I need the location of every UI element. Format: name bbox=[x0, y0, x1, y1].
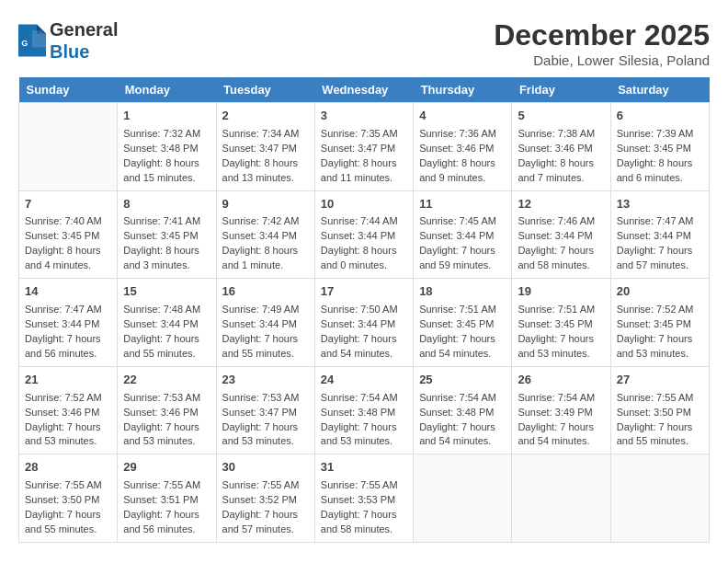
week-row-2: 7Sunrise: 7:40 AMSunset: 3:45 PMDaylight… bbox=[19, 190, 710, 279]
sunset: Sunset: 3:45 PM bbox=[617, 318, 691, 329]
header-wednesday: Wednesday bbox=[314, 77, 413, 103]
header-monday: Monday bbox=[118, 77, 216, 103]
sunrise: Sunrise: 7:55 AM bbox=[123, 479, 200, 490]
header-friday: Friday bbox=[512, 77, 610, 103]
day-cell: 16Sunrise: 7:49 AMSunset: 3:44 PMDayligh… bbox=[216, 279, 314, 367]
sunset: Sunset: 3:45 PM bbox=[518, 318, 592, 329]
daylight: Daylight: 7 hours and 57 minutes. bbox=[222, 509, 299, 534]
day-number: 23 bbox=[222, 372, 309, 389]
day-number: 28 bbox=[25, 459, 111, 477]
daylight: Daylight: 7 hours and 56 minutes. bbox=[25, 333, 101, 359]
sunset: Sunset: 3:45 PM bbox=[617, 143, 691, 154]
day-cell: 21Sunrise: 7:52 AMSunset: 3:46 PMDayligh… bbox=[19, 366, 118, 454]
sunset: Sunset: 3:47 PM bbox=[321, 143, 395, 154]
day-cell: 13Sunrise: 7:47 AMSunset: 3:44 PMDayligh… bbox=[610, 190, 709, 279]
day-cell: 25Sunrise: 7:54 AMSunset: 3:48 PMDayligh… bbox=[414, 366, 512, 454]
day-cell: 20Sunrise: 7:52 AMSunset: 3:45 PMDayligh… bbox=[610, 279, 709, 367]
day-cell: 5Sunrise: 7:38 AMSunset: 3:46 PMDaylight… bbox=[512, 103, 610, 191]
location: Dabie, Lower Silesia, Poland bbox=[494, 52, 710, 68]
day-cell: 24Sunrise: 7:54 AMSunset: 3:48 PMDayligh… bbox=[314, 366, 413, 454]
day-cell bbox=[19, 103, 118, 191]
sunrise: Sunrise: 7:48 AM bbox=[123, 304, 200, 315]
sunset: Sunset: 3:52 PM bbox=[222, 494, 297, 505]
sunrise: Sunrise: 7:47 AM bbox=[617, 215, 694, 226]
daylight: Daylight: 7 hours and 56 minutes. bbox=[123, 509, 199, 534]
sunrise: Sunrise: 7:54 AM bbox=[419, 392, 496, 403]
daylight: Daylight: 8 hours and 6 minutes. bbox=[617, 157, 693, 183]
daylight: Daylight: 7 hours and 53 minutes. bbox=[617, 333, 693, 359]
sunset: Sunset: 3:44 PM bbox=[222, 230, 297, 241]
day-cell bbox=[512, 454, 610, 543]
sunrise: Sunrise: 7:55 AM bbox=[321, 479, 398, 490]
day-cell: 12Sunrise: 7:46 AMSunset: 3:44 PMDayligh… bbox=[512, 190, 610, 279]
sunset: Sunset: 3:46 PM bbox=[518, 143, 592, 154]
sunrise: Sunrise: 7:55 AM bbox=[25, 479, 102, 490]
day-cell: 1Sunrise: 7:32 AMSunset: 3:48 PMDaylight… bbox=[118, 103, 216, 191]
header-tuesday: Tuesday bbox=[216, 77, 314, 103]
day-number: 5 bbox=[518, 108, 604, 125]
day-number: 4 bbox=[419, 108, 506, 125]
day-cell: 28Sunrise: 7:55 AMSunset: 3:50 PMDayligh… bbox=[19, 454, 118, 543]
daylight: Daylight: 8 hours and 11 minutes. bbox=[321, 157, 397, 183]
day-cell: 29Sunrise: 7:55 AMSunset: 3:51 PMDayligh… bbox=[118, 454, 216, 543]
daylight: Daylight: 7 hours and 58 minutes. bbox=[321, 509, 397, 534]
day-number: 3 bbox=[321, 108, 407, 125]
sunset: Sunset: 3:49 PM bbox=[518, 407, 592, 418]
day-cell bbox=[414, 454, 512, 543]
sunset: Sunset: 3:46 PM bbox=[419, 143, 494, 154]
daylight: Daylight: 7 hours and 55 minutes. bbox=[222, 333, 299, 359]
sunset: Sunset: 3:44 PM bbox=[222, 318, 297, 329]
sunset: Sunset: 3:44 PM bbox=[518, 230, 592, 241]
daylight: Daylight: 7 hours and 58 minutes. bbox=[518, 245, 594, 270]
daylight: Daylight: 8 hours and 3 minutes. bbox=[123, 245, 199, 270]
day-cell: 18Sunrise: 7:51 AMSunset: 3:45 PMDayligh… bbox=[414, 279, 512, 367]
sunset: Sunset: 3:44 PM bbox=[321, 230, 395, 241]
sunrise: Sunrise: 7:40 AM bbox=[25, 215, 102, 226]
day-cell: 9Sunrise: 7:42 AMSunset: 3:44 PMDaylight… bbox=[216, 190, 314, 279]
day-cell: 26Sunrise: 7:54 AMSunset: 3:49 PMDayligh… bbox=[512, 366, 610, 454]
day-number: 2 bbox=[222, 108, 309, 125]
sunrise: Sunrise: 7:50 AM bbox=[321, 304, 398, 315]
daylight: Daylight: 8 hours and 0 minutes. bbox=[321, 245, 397, 270]
daylight: Daylight: 8 hours and 1 minute. bbox=[222, 245, 299, 270]
sunrise: Sunrise: 7:54 AM bbox=[518, 392, 595, 403]
day-number: 16 bbox=[222, 283, 309, 301]
daylight: Daylight: 8 hours and 15 minutes. bbox=[123, 157, 199, 183]
calendar-header-row: SundayMondayTuesdayWednesdayThursdayFrid… bbox=[19, 77, 710, 103]
day-number: 25 bbox=[419, 372, 506, 389]
week-row-1: 1Sunrise: 7:32 AMSunset: 3:48 PMDaylight… bbox=[19, 103, 710, 191]
calendar-table: SundayMondayTuesdayWednesdayThursdayFrid… bbox=[18, 77, 710, 543]
day-cell: 22Sunrise: 7:53 AMSunset: 3:46 PMDayligh… bbox=[118, 366, 216, 454]
daylight: Daylight: 7 hours and 53 minutes. bbox=[518, 333, 594, 359]
sunrise: Sunrise: 7:47 AM bbox=[25, 304, 102, 315]
sunset: Sunset: 3:44 PM bbox=[617, 230, 691, 241]
sunrise: Sunrise: 7:41 AM bbox=[123, 215, 200, 226]
header-thursday: Thursday bbox=[414, 77, 512, 103]
sunrise: Sunrise: 7:49 AM bbox=[222, 304, 300, 315]
svg-text:G: G bbox=[21, 39, 28, 48]
day-number: 20 bbox=[617, 283, 703, 301]
sunset: Sunset: 3:45 PM bbox=[123, 230, 198, 241]
day-cell: 15Sunrise: 7:48 AMSunset: 3:44 PMDayligh… bbox=[118, 279, 216, 367]
sunrise: Sunrise: 7:54 AM bbox=[321, 392, 398, 403]
day-cell: 3Sunrise: 7:35 AMSunset: 3:47 PMDaylight… bbox=[314, 103, 413, 191]
daylight: Daylight: 7 hours and 54 minutes. bbox=[419, 421, 495, 447]
day-number: 31 bbox=[321, 459, 407, 477]
sunrise: Sunrise: 7:36 AM bbox=[419, 128, 496, 139]
day-number: 10 bbox=[321, 196, 407, 213]
sunset: Sunset: 3:44 PM bbox=[123, 318, 198, 329]
day-cell: 30Sunrise: 7:55 AMSunset: 3:52 PMDayligh… bbox=[216, 454, 314, 543]
sunset: Sunset: 3:45 PM bbox=[25, 230, 99, 241]
week-row-5: 28Sunrise: 7:55 AMSunset: 3:50 PMDayligh… bbox=[19, 454, 710, 543]
header-saturday: Saturday bbox=[610, 77, 709, 103]
sunrise: Sunrise: 7:44 AM bbox=[321, 215, 398, 226]
day-number: 26 bbox=[518, 372, 604, 389]
daylight: Daylight: 7 hours and 53 minutes. bbox=[222, 421, 299, 447]
day-number: 15 bbox=[123, 283, 210, 301]
daylight: Daylight: 7 hours and 53 minutes. bbox=[25, 421, 101, 447]
day-number: 9 bbox=[222, 196, 309, 213]
logo-text: General Blue bbox=[50, 18, 118, 63]
day-cell: 17Sunrise: 7:50 AMSunset: 3:44 PMDayligh… bbox=[314, 279, 413, 367]
daylight: Daylight: 7 hours and 53 minutes. bbox=[321, 421, 397, 447]
day-number: 14 bbox=[25, 283, 111, 301]
